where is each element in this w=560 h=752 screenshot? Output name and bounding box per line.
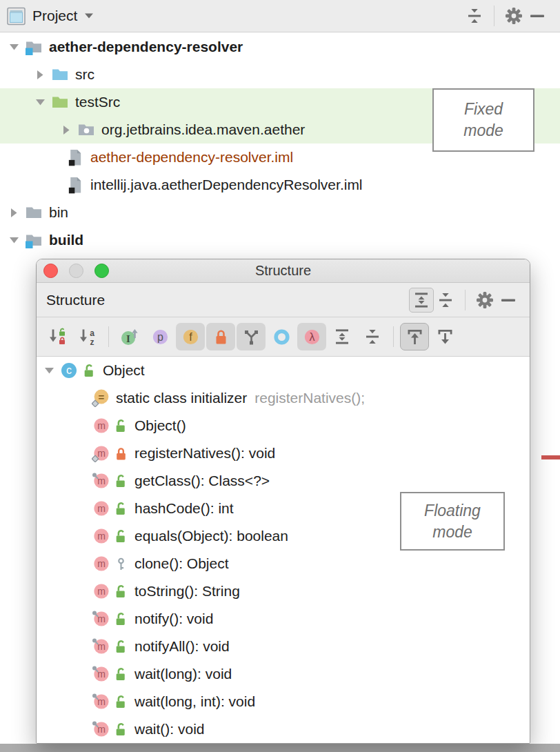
static-initializer-icon: = — [92, 389, 110, 407]
structure-tree-row[interactable]: cObject — [37, 357, 530, 384]
package-icon — [77, 121, 95, 139]
public-open-lock-icon — [114, 529, 128, 544]
project-view-selector[interactable]: Project — [32, 8, 77, 24]
group-methods-by-hierarchy-button[interactable] — [237, 323, 266, 350]
autoscroll-from-source-icon — [435, 327, 455, 347]
structure-tree-row[interactable]: mwait(long, int): void — [37, 688, 530, 715]
tree-item-label: build — [49, 232, 83, 248]
expanded-arrow-icon[interactable] — [7, 235, 21, 245]
structure-tree-row[interactable]: mgetClass(): Class<?> — [37, 467, 530, 495]
tree-item-label: testSrc — [75, 94, 120, 110]
structure-tree-row[interactable]: mObject() — [37, 412, 530, 439]
project-tree-row[interactable]: src — [0, 61, 560, 88]
hide-icon — [499, 290, 518, 310]
svg-text:m: m — [97, 724, 106, 735]
expanded-arrow-icon[interactable] — [7, 42, 21, 52]
sort-alphabetically-icon: az — [78, 327, 98, 347]
collapsed-arrow-icon[interactable] — [59, 124, 73, 136]
public-open-lock-icon — [114, 474, 128, 488]
svg-text:m: m — [97, 586, 106, 597]
collapsed-arrow-icon[interactable] — [7, 207, 21, 219]
show-anonymous-classes-button[interactable] — [267, 323, 296, 350]
collapse-all-button[interactable] — [463, 4, 486, 28]
structure-tree-row[interactable]: mwait(): void — [37, 715, 530, 743]
structure-tree-row[interactable]: mtoString(): String — [37, 577, 530, 605]
show-inherited-button[interactable]: I — [115, 323, 144, 350]
settings-gear-button[interactable] — [502, 4, 526, 28]
structure-item-label: clone(): Object — [134, 555, 229, 572]
dock-drag-indicator — [541, 455, 560, 459]
expanded-arrow-icon[interactable] — [42, 366, 56, 375]
folder-blue-icon — [51, 66, 69, 83]
public-open-lock-icon — [114, 640, 128, 654]
project-tree-row[interactable]: aether-dependency-resolver — [0, 33, 560, 61]
svg-text:m: m — [97, 613, 106, 624]
structure-tree-row[interactable]: mnotify(): void — [37, 605, 530, 633]
project-tool-window-icon — [7, 7, 26, 26]
structure-tree-row[interactable]: mregisterNatives(): void — [37, 439, 530, 467]
settings-gear-button[interactable] — [473, 288, 497, 312]
screenshot-root: Project aether-dependency-resolversrctes… — [0, 0, 560, 752]
show-fields-icon: f — [181, 327, 201, 347]
hide-button[interactable] — [526, 4, 549, 28]
collapsed-arrow-icon[interactable] — [33, 69, 47, 81]
collapse-all-button[interactable] — [358, 323, 387, 350]
expand-all-icon — [332, 327, 352, 346]
structure-tree-row[interactable]: mwait(long): void — [37, 660, 530, 688]
svg-text:m: m — [97, 503, 106, 514]
chevron-down-icon[interactable] — [83, 12, 94, 20]
svg-text:m: m — [97, 696, 106, 707]
structure-item-label: Object() — [134, 417, 186, 434]
sort-by-visibility-button[interactable] — [43, 323, 72, 350]
show-lambdas-button[interactable]: λ — [297, 323, 326, 350]
collapse-all-icon — [436, 290, 455, 310]
structure-tree-row[interactable]: mnotifyAll(): void — [37, 633, 530, 660]
gear-icon — [475, 290, 494, 310]
project-header: Project — [0, 0, 560, 32]
public-open-lock-icon — [114, 612, 128, 626]
method-icon: m — [92, 417, 110, 435]
structure-item-label: wait(long, int): void — [134, 693, 255, 710]
expanded-arrow-icon[interactable] — [33, 97, 47, 107]
show-non-public-button[interactable] — [206, 323, 235, 350]
macos-titlebar[interactable]: Structure — [37, 259, 530, 283]
method-icon: m — [92, 665, 110, 683]
project-tree-row[interactable]: bin — [0, 199, 560, 226]
method-icon: m — [92, 582, 110, 600]
structure-tree-row[interactable]: =static class initializerregisterNatives… — [37, 384, 530, 412]
project-tree-row[interactable]: build — [0, 226, 560, 254]
structure-item-label: notify(): void — [134, 611, 213, 627]
folder-gray-icon — [25, 204, 43, 221]
window-title: Structure — [37, 263, 530, 279]
autoscroll-to-source-button[interactable] — [400, 323, 429, 350]
svg-text:f: f — [189, 330, 192, 342]
tree-item-label: intellij.java.aetherDependencyResolver.i… — [90, 177, 363, 193]
gear-icon — [504, 6, 523, 26]
autoscroll-from-source-button[interactable] — [430, 323, 459, 350]
method-icon: m — [92, 555, 110, 573]
svg-text:m: m — [97, 531, 106, 542]
tree-item-label: bin — [49, 204, 68, 221]
sort-alphabetically-button[interactable]: az — [73, 323, 102, 350]
show-properties-button[interactable]: p — [146, 323, 174, 350]
svg-text:m: m — [97, 669, 106, 680]
hide-icon — [528, 6, 547, 26]
collapse-all-button[interactable] — [434, 288, 457, 312]
class-icon: c — [60, 362, 78, 379]
fixed-mode-line2: mode — [463, 120, 503, 141]
show-fields-button[interactable]: f — [176, 323, 205, 350]
structure-item-label: hashCode(): int — [134, 500, 234, 517]
svg-text:m: m — [97, 475, 106, 486]
folder-green-icon — [51, 93, 69, 111]
public-open-lock-icon — [114, 502, 128, 516]
hide-button[interactable] — [497, 288, 520, 312]
structure-tree-row[interactable]: mclone(): Object — [37, 550, 530, 577]
tree-item-label: aether-dependency-resolver — [49, 39, 243, 55]
svg-text:p: p — [157, 330, 163, 342]
project-tree-row[interactable]: intellij.java.aetherDependencyResolver.i… — [0, 171, 560, 199]
expand-all-button[interactable] — [409, 288, 434, 313]
floating-mode-line2: mode — [432, 522, 472, 543]
sort-by-visibility-icon — [48, 327, 68, 347]
expand-all-button[interactable] — [328, 323, 357, 350]
public-open-lock-icon — [82, 364, 97, 378]
